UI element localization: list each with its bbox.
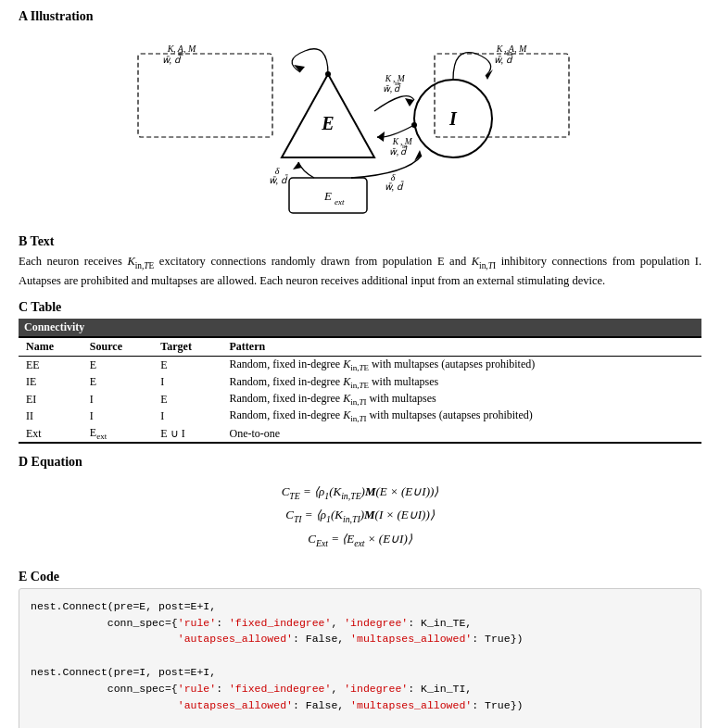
cell-pattern: Random, fixed in-degree Kin,TE with mult… [222,374,702,391]
cell-name: IE [19,374,82,391]
cell-name: EI [19,391,82,408]
cell-target: I [153,374,221,391]
svg-text:E: E [321,113,334,133]
diagram-svg: E I E ext [120,37,601,218]
section-a-label: A Illustration [19,9,701,24]
cell-target: E ∪ I [153,425,221,443]
code-box: nest.Connect(pre=E, post=E+I, conn_spec=… [19,588,701,728]
svg-text:w̄, d̄: w̄, d̄ [161,54,181,65]
cell-pattern: Random, fixed in-degree Kin,TE with mult… [222,357,702,374]
section-c-label: C Table [19,300,701,315]
equation-3: CExt = ⟨Eext × (E∪I)⟩ [308,528,411,551]
section-b: B Text Each neuron receives Kin,TE excit… [19,234,701,289]
equation-content: CTE = ⟨ρ1(Kin,TE)M(E × (E∪I))⟩ CTI = ⟨ρ1… [19,473,701,558]
equation-2: CTI = ⟨ρ1(Kin,TI)M(I × (E∪I))⟩ [285,504,435,527]
cell-name: EE [19,357,82,374]
table-row: IE E I Random, fixed in-degree Kin,TE wi… [19,374,701,391]
section-a: A Illustration E I E ext [19,9,701,223]
connectivity-table: Connectivity Name Source Target Pattern … [19,319,701,444]
svg-text:w̄, d̄: w̄, d̄ [493,54,512,65]
svg-point-13 [411,122,417,128]
cell-target: I [153,408,221,424]
cell-source: E [82,357,153,374]
cell-target: E [153,391,221,408]
svg-text:, A, M: , A, M [504,44,527,54]
svg-rect-0 [138,54,272,137]
svg-text:, M: , M [400,137,413,146]
svg-marker-11 [405,98,414,107]
cell-pattern: One-to-one [222,425,702,443]
cell-source: I [82,391,153,408]
table-wrapper: Connectivity Name Source Target Pattern … [19,319,701,444]
svg-text:I: I [448,108,458,129]
cell-target: E [153,357,221,374]
table-row: EE E E Random, fixed in-degree Kin,TE wi… [19,357,701,374]
col-pattern: Pattern [222,337,702,357]
svg-point-10 [325,71,331,77]
table-row: II I I Random, fixed in-degree Kin,TI wi… [19,408,701,424]
cell-pattern: Random, fixed in-degree Kin,TI with mult… [222,391,702,408]
svg-text:K: K [384,74,391,83]
table-caption: Connectivity [19,319,701,336]
table-row: EI I E Random, fixed in-degree Kin,TI wi… [19,391,701,408]
col-name: Name [19,337,82,357]
svg-text:E: E [323,189,332,203]
svg-text:w̄, d̄: w̄, d̄ [382,82,401,94]
svg-marker-12 [377,132,385,142]
equation-1: CTE = ⟨ρ1(Kin,TE)M(E × (E∪I))⟩ [282,481,439,504]
svg-text:w̄, d̄: w̄, d̄ [388,145,408,157]
cell-source: I [82,408,153,424]
svg-text:ext: ext [335,197,345,207]
section-d-label: D Equation [19,455,701,470]
svg-text:K: K [391,137,398,146]
section-c: C Table Connectivity Name Source Target … [19,300,701,444]
section-b-text: Each neuron receives Kin,TE excitatory c… [19,253,701,289]
cell-name: Ext [19,425,82,443]
cell-pattern: Random, fixed in-degree Kin,TI with mult… [222,408,702,424]
svg-text:K: K [495,44,503,54]
table-row: Ext Eext E ∪ I One-to-one [19,425,701,443]
cell-source: E [82,374,153,391]
svg-text:w̄, d̄: w̄, d̄ [384,181,403,192]
illustration-container: E I E ext [19,28,701,223]
svg-text:, M: , M [393,74,406,83]
cell-source: Eext [82,425,153,443]
section-e-label: E Code [19,570,701,584]
svg-marker-15 [293,162,302,169]
section-d: D Equation CTE = ⟨ρ1(Kin,TE)M(E × (E∪I))… [19,455,701,558]
section-e: E Code nest.Connect(pre=E, post=E+I, con… [19,570,701,728]
section-b-label: B Text [19,234,701,249]
svg-text:, A, M: , A, M [173,44,196,54]
col-target: Target [153,337,221,357]
cell-name: II [19,408,82,424]
col-source: Source [82,337,153,357]
svg-text:w̄, d̄: w̄, d̄ [268,174,287,185]
